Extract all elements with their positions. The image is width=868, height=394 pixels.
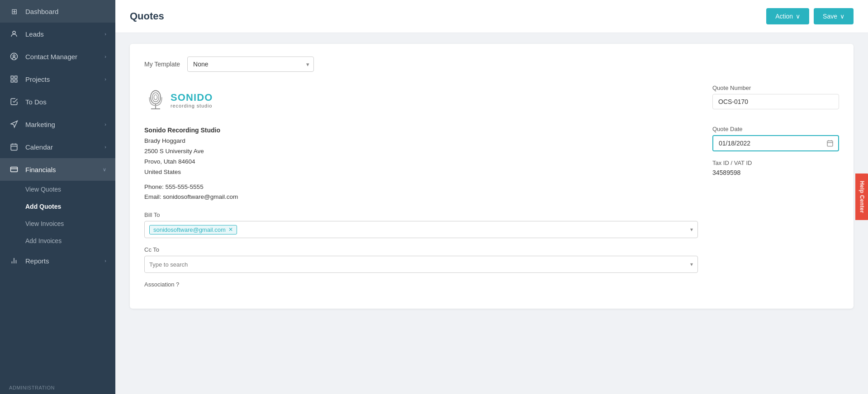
svg-rect-7 bbox=[11, 144, 17, 150]
sidebar-item-label: Marketing bbox=[25, 121, 55, 128]
form-left: SONIDO recording studio Sonido Recording… bbox=[144, 84, 698, 296]
content-area: My Template None bbox=[115, 33, 868, 394]
company-info: Sonido Recording Studio Brady Hoggard 25… bbox=[144, 125, 698, 202]
bill-to-tag-close[interactable]: ✕ bbox=[228, 227, 233, 232]
sidebar-item-projects[interactable]: Projects › bbox=[0, 68, 115, 90]
cc-to-search[interactable] bbox=[149, 261, 225, 268]
cc-to-input[interactable]: ▾ bbox=[144, 256, 698, 273]
company-logo-section: SONIDO recording studio bbox=[144, 84, 698, 116]
quote-date-group: Quote Date bbox=[712, 126, 839, 151]
sidebar-item-label: Projects bbox=[25, 75, 50, 83]
sidebar-item-label: Contact Manager bbox=[25, 53, 77, 61]
svg-rect-5 bbox=[11, 80, 13, 82]
todos-icon bbox=[9, 97, 19, 107]
bill-to-tag-value: sonidosoftware@gmail.com bbox=[153, 226, 226, 233]
logo-tagline: recording studio bbox=[171, 103, 213, 108]
chevron-right-icon: › bbox=[104, 31, 106, 37]
form-card: My Template None bbox=[130, 44, 854, 309]
template-select-wrapper: None bbox=[187, 56, 314, 72]
tax-id-group: Tax ID / VAT ID 34589598 bbox=[712, 159, 839, 176]
template-select[interactable]: None bbox=[187, 56, 314, 72]
sidebar-sub-view-quotes[interactable]: View Quotes bbox=[0, 181, 115, 198]
sidebar-item-calendar[interactable]: Calendar › bbox=[0, 136, 115, 158]
svg-point-2 bbox=[13, 55, 15, 57]
company-email: Email: sonidosoftware@gmail.com bbox=[144, 192, 698, 202]
financials-icon bbox=[9, 164, 19, 174]
phone-label: Phone: bbox=[144, 183, 164, 190]
bill-to-group: Bill To sonidosoftware@gmail.com ✕ ▾ bbox=[144, 211, 698, 238]
topbar-actions: Action ∨ Save ∨ bbox=[766, 8, 854, 24]
sidebar-item-todos[interactable]: To Dos bbox=[0, 90, 115, 113]
quote-date-input[interactable] bbox=[713, 136, 822, 150]
tax-id-label: Tax ID / VAT ID bbox=[712, 159, 839, 166]
sidebar-sub-add-quotes[interactable]: Add Quotes bbox=[0, 198, 115, 215]
sidebar: ⊞ Dashboard Leads › Contact Manager › Pr… bbox=[0, 0, 115, 394]
save-button-label: Save bbox=[823, 13, 837, 20]
company-contact: Brady Hoggard bbox=[144, 136, 698, 146]
main-content: Quotes Action ∨ Save ∨ My Template None bbox=[115, 0, 868, 394]
action-button-label: Action bbox=[775, 13, 793, 20]
quote-date-input-wrapper bbox=[712, 135, 839, 151]
association-label: Association ? bbox=[144, 281, 698, 288]
quote-date-label: Quote Date bbox=[712, 126, 839, 132]
chevron-right-icon: › bbox=[104, 122, 106, 127]
form-body: SONIDO recording studio Sonido Recording… bbox=[144, 84, 839, 296]
cc-to-label: Cc To bbox=[144, 246, 698, 253]
sidebar-item-label: To Dos bbox=[25, 98, 47, 106]
sidebar-item-label: Leads bbox=[25, 30, 44, 38]
leads-icon bbox=[9, 29, 19, 39]
quote-number-group: Quote Number bbox=[712, 84, 839, 117]
company-country: United States bbox=[144, 167, 698, 178]
template-label: My Template bbox=[144, 61, 180, 68]
bill-to-dropdown-arrow: ▾ bbox=[690, 226, 693, 233]
page-title: Quotes bbox=[130, 10, 164, 22]
calendar-icon bbox=[9, 142, 19, 152]
sidebar-item-marketing[interactable]: Marketing › bbox=[0, 113, 115, 136]
quote-number-label: Quote Number bbox=[712, 84, 839, 91]
svg-rect-4 bbox=[15, 76, 17, 78]
email-value: sonidosoftware@gmail.com bbox=[163, 193, 238, 200]
svg-point-0 bbox=[13, 31, 15, 34]
contact-manager-icon bbox=[9, 52, 19, 61]
topbar: Quotes Action ∨ Save ∨ bbox=[115, 0, 868, 33]
action-button[interactable]: Action ∨ bbox=[766, 8, 809, 24]
bill-to-input[interactable]: sonidosoftware@gmail.com ✕ ▾ bbox=[144, 221, 698, 238]
phone-value: 555-555-5555 bbox=[166, 183, 204, 190]
sidebar-sub-label: Add Quotes bbox=[25, 203, 61, 210]
action-chevron-down-icon: ∨ bbox=[796, 13, 800, 20]
chevron-down-icon: ∨ bbox=[103, 167, 106, 173]
sidebar-sub-label: View Quotes bbox=[25, 186, 61, 193]
sidebar-item-leads[interactable]: Leads › bbox=[0, 23, 115, 45]
sidebar-item-label: Financials bbox=[25, 166, 56, 174]
sidebar-sub-add-invoices[interactable]: Add Invoices bbox=[0, 232, 115, 249]
quote-number-input[interactable] bbox=[712, 94, 839, 109]
bill-to-label: Bill To bbox=[144, 211, 698, 218]
chevron-right-icon: › bbox=[104, 54, 106, 59]
sidebar-item-financials[interactable]: Financials ∨ bbox=[0, 158, 115, 181]
sidebar-item-dashboard[interactable]: ⊞ Dashboard bbox=[0, 0, 115, 23]
sidebar-item-reports[interactable]: Reports › bbox=[0, 249, 115, 272]
calendar-picker-button[interactable] bbox=[822, 136, 838, 150]
sidebar-sub-label: View Invoices bbox=[25, 220, 64, 227]
logo-company-name: SONIDO bbox=[171, 92, 213, 103]
reports-icon bbox=[9, 256, 19, 266]
company-logo: SONIDO recording studio bbox=[144, 84, 212, 116]
tax-id-value: 34589598 bbox=[712, 169, 839, 176]
dashboard-icon: ⊞ bbox=[9, 6, 19, 16]
svg-point-18 bbox=[154, 94, 157, 99]
sonido-logo-icon bbox=[144, 88, 167, 113]
chevron-right-icon: › bbox=[104, 258, 106, 263]
save-button[interactable]: Save ∨ bbox=[814, 8, 854, 24]
sidebar-item-contact-manager[interactable]: Contact Manager › bbox=[0, 45, 115, 68]
sidebar-item-label: Reports bbox=[25, 257, 49, 265]
form-right: Quote Number Quote Date bbox=[712, 84, 839, 296]
svg-rect-6 bbox=[15, 80, 17, 82]
chevron-right-icon: › bbox=[104, 144, 106, 150]
sidebar-sub-view-invoices[interactable]: View Invoices bbox=[0, 215, 115, 232]
help-center-tab[interactable]: Help Center bbox=[855, 174, 868, 220]
company-address2: Provo, Utah 84604 bbox=[144, 157, 698, 167]
template-row: My Template None bbox=[144, 56, 839, 72]
company-phone: Phone: 555-555-5555 bbox=[144, 182, 698, 192]
help-center-label: Help Center bbox=[859, 181, 865, 213]
save-chevron-down-icon: ∨ bbox=[840, 13, 844, 20]
